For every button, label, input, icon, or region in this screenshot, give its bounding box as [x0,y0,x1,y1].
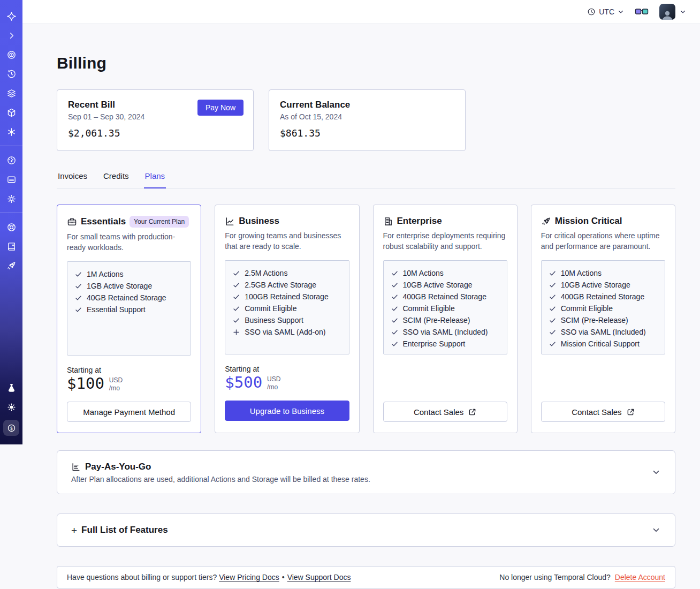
upgrade-business-button[interactable]: Upgrade to Business [225,401,349,421]
check-icon [549,341,556,348]
pay-now-button[interactable]: Pay Now [197,100,244,116]
plan-feature: Commit Eligible [233,303,343,314]
plan-card-enterprise: Enterprise For enterprise deployments re… [373,205,518,433]
plan-name: Mission Critical [555,216,622,226]
check-icon [549,329,556,336]
plan-feature: SSO via SAML (Included) [549,326,659,338]
plan-feature: 10GB Active Storage [391,279,501,291]
check-icon [549,293,556,300]
sidebar: $ [0,0,22,444]
check-icon [75,306,82,313]
plan-feature: 10M Actions [549,267,659,279]
current-balance-asof: As of Oct 15, 2024 [280,112,454,121]
view-pricing-docs-link[interactable]: View Pricing Docs [219,573,279,582]
check-icon [233,305,240,312]
view-support-docs-link[interactable]: View Support Docs [287,573,351,582]
page-title: Billing [57,24,675,72]
manage-payment-button[interactable]: Manage Payment Method [67,402,191,422]
clock-icon [587,7,596,16]
plan-features: 2.5M Actions 2.5GB Active Storage 100GB … [225,260,349,354]
plan-name: Enterprise [397,216,442,226]
stacks-layers-icon[interactable] [4,87,18,100]
svg-text:$: $ [10,425,12,431]
chevron-down-icon [680,9,686,15]
external-link-icon [468,408,476,416]
delete-account-link[interactable]: Delete Account [615,573,665,582]
theme-sun-icon[interactable] [4,401,18,413]
user-menu[interactable] [659,4,686,20]
docs-book-icon[interactable] [4,240,18,253]
plan-features: 10M Actions 10GB Active Storage 400GB Re… [541,260,665,354]
namespaces-target-icon[interactable] [4,48,18,61]
plan-feature: 400GB Retained Storage [391,291,501,303]
settings-gear-icon[interactable] [4,192,18,205]
sidebar-divider [0,146,22,146]
check-icon [75,271,82,278]
check-icon [391,317,398,324]
labs-flask-icon[interactable] [4,381,18,394]
plan-feature: 2.5M Actions [233,267,343,279]
tab-credits[interactable]: Credits [102,171,130,188]
timezone-selector[interactable]: UTC [587,7,624,16]
toolbox-icon [67,217,77,227]
billing-dollar-coin-icon[interactable]: $ [3,420,19,436]
expand-chevron-icon[interactable] [4,29,18,42]
main-content: Billing Recent Bill Sep 01 – Sep 30, 202… [22,24,700,588]
plan-feature: Essential Support [75,304,185,315]
current-balance-amount: $861.35 [280,127,454,139]
glasses-icon[interactable] [635,7,649,16]
plan-price: $500 [225,374,262,391]
footer-help-text: Have questions about billing or support … [67,573,351,582]
check-icon [391,282,398,289]
plan-feature: 100GB Retained Storage [233,291,343,303]
full-features-accordion[interactable]: + Full List of Features [57,514,675,547]
timezone-label: UTC [599,7,614,16]
current-balance-title: Current Balance [280,100,454,110]
paygo-accordion[interactable]: Pay-As-You-Go After Plan allocations are… [57,450,675,494]
plan-price: $100 [67,375,104,392]
tab-invoices[interactable]: Invoices [57,171,88,188]
plan-feature: 400GB Retained Storage [549,291,659,303]
asterisk-icon[interactable] [4,125,18,138]
tab-plans[interactable]: Plans [144,171,166,188]
plan-feature: Commit Eligible [391,303,501,314]
temporal-logo-icon[interactable] [4,10,18,22]
check-icon [391,329,398,336]
plan-feature: 10GB Active Storage [549,279,659,291]
plan-description: For growing teams and businesses that ar… [225,230,349,252]
support-lifebuoy-icon[interactable] [4,221,18,233]
contact-sales-button[interactable]: Contact Sales [541,402,665,422]
footer-delete-text: No longer using Temporal Cloud?Delete Ac… [499,573,665,582]
invoices-panel-icon[interactable] [4,173,18,186]
plan-price-section: Starting at $100 USD/mo [67,366,191,392]
plan-feature: SSO via SAML (Add-on) [233,326,343,338]
schedules-clock-icon[interactable] [4,67,18,80]
check-icon [233,293,240,300]
plans-grid: Essentials Your Current Plan For small t… [57,205,675,433]
plan-feature: 40GB Retained Storage [75,292,185,304]
plan-feature: Enterprise Support [391,338,501,350]
plan-card-mission-critical: Mission Critical For critical operations… [531,205,675,433]
plan-card-essentials: Essentials Your Current Plan For small t… [57,205,201,433]
external-link-icon [627,408,635,416]
usage-gauge-icon[interactable] [4,154,18,167]
contact-sales-button[interactable]: Contact Sales [383,402,507,422]
plan-feature: Business Support [233,314,343,326]
deployments-cube-icon[interactable] [4,106,18,119]
current-balance-card: Current Balance As of Oct 15, 2024 $861.… [269,89,466,151]
check-icon [549,317,556,324]
plan-feature: 10M Actions [391,267,501,279]
billing-footer: Have questions about billing or support … [57,566,675,588]
plan-feature: 1M Actions [75,268,185,280]
check-icon [75,283,82,290]
recent-bill-card: Recent Bill Sep 01 – Sep 30, 2024 $2,061… [57,89,254,151]
plan-feature: SCIM (Pre-Release) [391,314,501,326]
plus-icon [233,329,240,336]
check-icon [233,317,240,324]
getting-started-rocket-icon[interactable] [4,259,18,272]
plan-card-business: Business For growing teams and businesse… [215,205,359,433]
billing-tabs: Invoices Credits Plans [57,171,675,188]
full-features-title: Full List of Features [81,525,168,535]
current-plan-badge: Your Current Plan [130,216,189,228]
topbar: UTC [22,0,700,24]
